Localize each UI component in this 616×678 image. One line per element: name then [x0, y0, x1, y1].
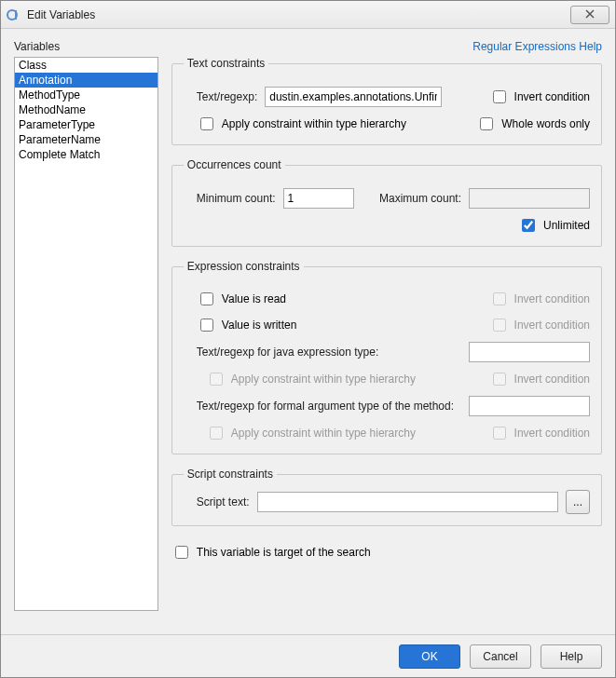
text-regexp-input[interactable] [265, 87, 442, 107]
unlimited-label: Unlimited [543, 219, 590, 232]
value-read-checkbox[interactable]: Value is read [197, 290, 286, 308]
list-item[interactable]: Class [15, 58, 157, 73]
dialog-body: Variables Regular Expressions Help Class… [1, 29, 615, 634]
close-button[interactable] [570, 6, 609, 24]
target-of-search-checkbox[interactable]: This variable is target of the search [171, 543, 371, 562]
app-icon [7, 7, 21, 22]
cancel-button[interactable]: Cancel [470, 644, 531, 669]
edit-variables-dialog: Edit Variables Variables Regular Express… [0, 0, 616, 678]
occurrences-group: Occurrences count Minimum count: Maximum… [171, 158, 602, 247]
max-count-input[interactable] [469, 188, 590, 209]
whole-words-label: Whole words only [501, 117, 590, 130]
java-type-label: Text/regexp for java expression type: [197, 346, 378, 359]
regex-help-link[interactable]: Regular Expressions Help [472, 40, 602, 53]
close-icon [585, 8, 595, 21]
text-constraints-group: Text constraints Text/regexp: Invert con… [171, 57, 602, 145]
value-written-label: Value is written [222, 319, 296, 332]
apply-hierarchy-checkbox[interactable]: Apply constraint within type hierarchy [197, 115, 406, 133]
ellipsis-icon: ... [573, 495, 582, 508]
formal-arg-input[interactable] [469, 396, 590, 416]
script-constraints-legend: Script constraints [184, 468, 277, 481]
dialog-footer: OK Cancel Help [1, 634, 615, 677]
invert-condition-3-label: Invert condition [514, 373, 590, 386]
script-text-input[interactable] [257, 492, 558, 512]
formal-arg-label: Text/regexp for formal argument type of … [197, 400, 454, 413]
variables-label: Variables [14, 40, 60, 53]
list-item[interactable]: Annotation [15, 73, 157, 88]
script-text-label: Script text: [197, 495, 250, 508]
apply-hierarchy-label: Apply constraint within type hierarchy [222, 117, 406, 130]
help-button[interactable]: Help [541, 644, 602, 669]
invert-condition-3: Invert condition [489, 370, 590, 388]
list-item[interactable]: ParameterType [15, 117, 157, 132]
content-row: ClassAnnotationMethodTypeMethodNameParam… [14, 57, 602, 611]
whole-words-checkbox[interactable]: Whole words only [476, 115, 590, 133]
unlimited-checkbox[interactable]: Unlimited [518, 216, 590, 235]
min-count-input[interactable] [283, 188, 354, 209]
svg-rect-1 [15, 10, 17, 20]
invert-condition-4-label: Invert condition [514, 427, 590, 440]
apply-hierarchy-3: Apply constraint within type hierarchy [206, 424, 416, 442]
variables-list[interactable]: ClassAnnotationMethodTypeMethodNameParam… [14, 57, 158, 611]
right-panel: Text constraints Text/regexp: Invert con… [171, 57, 602, 611]
script-browse-button[interactable]: ... [566, 490, 590, 514]
max-count-label: Maximum count: [379, 192, 461, 205]
text-constraints-legend: Text constraints [184, 57, 268, 70]
apply-hierarchy-2-label: Apply constraint within type hierarchy [231, 373, 416, 386]
script-constraints-group: Script constraints Script text: ... [171, 468, 602, 526]
occurrences-legend: Occurrences count [184, 158, 285, 171]
text-regexp-label: Text/regexp: [197, 90, 257, 103]
window-title: Edit Variables [27, 8, 570, 21]
min-count-label: Minimum count: [197, 192, 276, 205]
expression-constraints-legend: Expression constraints [184, 260, 304, 273]
ok-button[interactable]: OK [399, 644, 460, 669]
target-of-search-label: This variable is target of the search [197, 546, 371, 559]
list-item[interactable]: MethodType [15, 88, 157, 102]
invert-condition-1: Invert condition [489, 290, 590, 308]
apply-hierarchy-3-label: Apply constraint within type hierarchy [231, 427, 416, 440]
apply-hierarchy-2: Apply constraint within type hierarchy [206, 370, 416, 388]
value-read-label: Value is read [222, 292, 286, 305]
list-item[interactable]: Complete Match [15, 147, 157, 162]
expression-constraints-group: Expression constraints Value is read Inv… [171, 260, 602, 454]
invert-condition-4: Invert condition [489, 424, 590, 442]
value-written-checkbox[interactable]: Value is written [197, 316, 296, 334]
invert-condition-label: Invert condition [514, 90, 590, 103]
invert-condition-checkbox[interactable]: Invert condition [489, 88, 590, 106]
titlebar: Edit Variables [1, 1, 615, 29]
top-row: Variables Regular Expressions Help [14, 40, 602, 57]
list-item[interactable]: MethodName [15, 102, 157, 117]
invert-condition-1-label: Invert condition [514, 292, 590, 305]
invert-condition-2-label: Invert condition [514, 319, 590, 332]
list-item[interactable]: ParameterName [15, 132, 157, 147]
invert-condition-2: Invert condition [489, 316, 590, 334]
java-type-input[interactable] [469, 342, 590, 362]
